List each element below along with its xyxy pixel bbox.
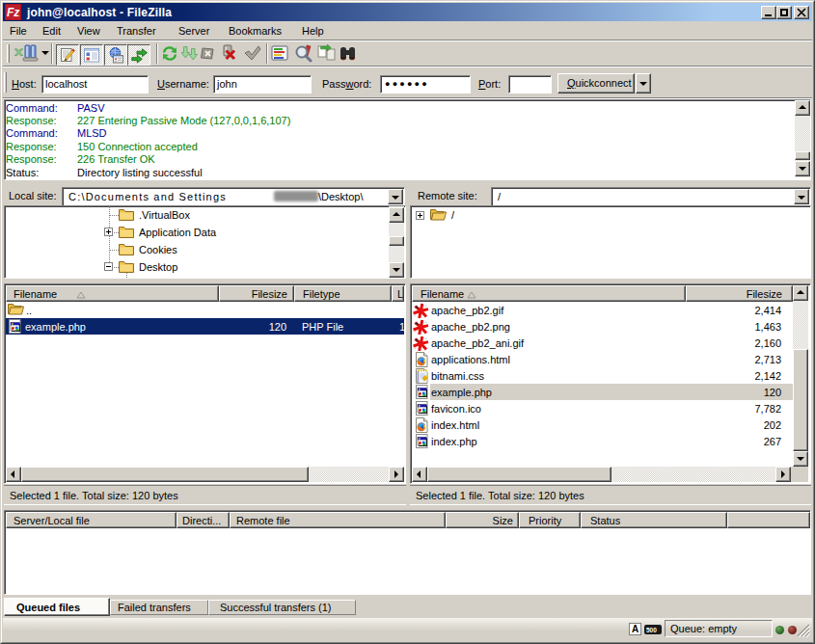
svg-text:Fz: Fz — [7, 6, 19, 19]
